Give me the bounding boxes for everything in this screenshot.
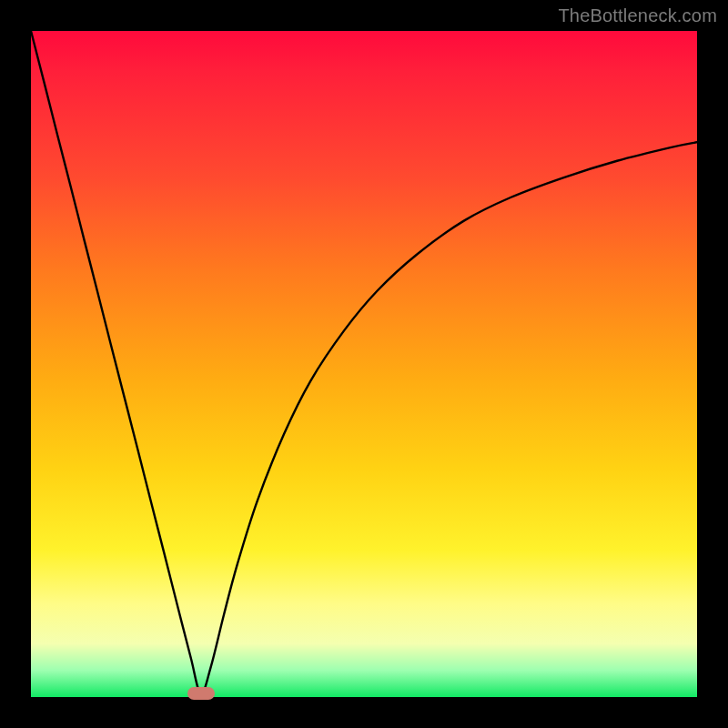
- minimum-marker: [187, 687, 215, 700]
- chart-frame: TheBottleneck.com: [0, 0, 728, 728]
- plot-area: [31, 31, 697, 697]
- bottleneck-curve: [31, 31, 697, 697]
- watermark-text: TheBottleneck.com: [558, 5, 717, 26]
